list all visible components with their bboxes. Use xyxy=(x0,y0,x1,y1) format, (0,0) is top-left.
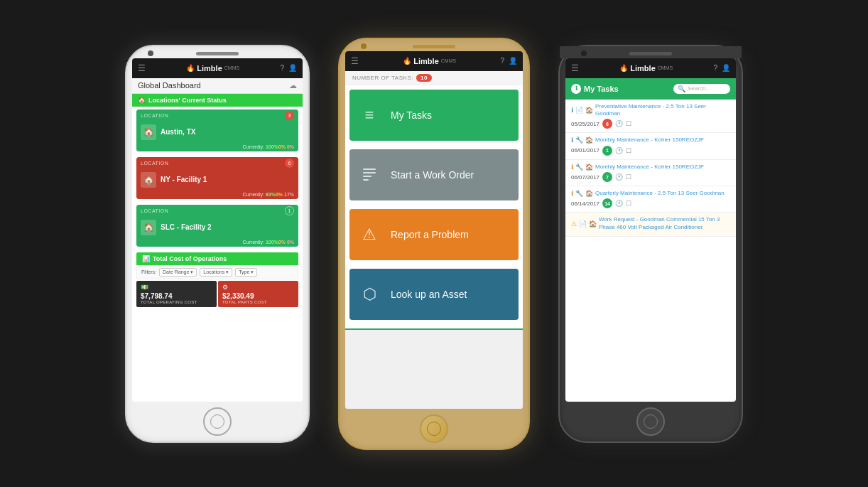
help-icon-1[interactable]: ? xyxy=(280,64,284,72)
locations-section-header: 🏠 Locations' Current Status xyxy=(132,94,303,107)
task-item-1[interactable]: ℹ 📄 🏠 Preventative Maintenance - 2.5 Ton… xyxy=(565,100,736,134)
look-up-asset-icon: ⬡ xyxy=(357,282,382,307)
my-tasks-title-group: ℹ My Tasks xyxy=(571,84,619,94)
location-card-2[interactable]: LOCATION 6 🏠 NY - Facility 1 Currently: … xyxy=(136,157,298,199)
task-2-meta: 06/01/2017 1 🕐 ☐ xyxy=(571,146,730,156)
loc2-badge: 6 xyxy=(285,159,294,168)
task-3-checkbox-icon: ☐ xyxy=(626,173,631,181)
header-icons-1: ? 👤 xyxy=(280,64,297,72)
task-5-home-icon: 🏠 xyxy=(589,220,597,228)
logo-sub-3: CMMS xyxy=(658,65,673,70)
task-1-meta: 05/25/2017 6 🕐 ☐ xyxy=(571,119,730,129)
start-work-order-button[interactable]: Start a Work Order xyxy=(349,149,519,200)
work-order-label: Start a Work Order xyxy=(391,169,474,181)
camera-dot-3 xyxy=(581,50,587,56)
task-5-warning-icon: ⚠ xyxy=(571,220,577,228)
task-2-title: Monthly Maintenance - Kohler 150REOZJF xyxy=(595,137,704,144)
loc3-pct-green: 100% xyxy=(266,240,278,245)
my-tasks-icon: ≡ xyxy=(357,102,382,128)
home-button-1[interactable] xyxy=(203,407,232,436)
phone-3: ☰ 🔥 Limble CMMS ? 👤 ℹ My Tasks 🔍 Search.… xyxy=(558,45,743,443)
location-card-1[interactable]: LOCATION 3 🏠 Austin, TX Currently: 100%0… xyxy=(136,109,298,151)
app-header-1: ☰ 🔥 Limble CMMS ? 👤 xyxy=(132,58,303,78)
phone-2-screen: ☰ 🔥 Limble CMMS ? 👤 NUMBER OF TASKS: 10 … xyxy=(345,51,523,409)
filter-date-chip[interactable]: Date Range ▾ xyxy=(159,268,197,277)
loc3-name: SLC - Facility 2 xyxy=(161,223,294,231)
dollar-icon: 💵 xyxy=(141,284,212,291)
loc3-badge: 1 xyxy=(285,206,294,215)
loc1-pct-red: 0% xyxy=(287,144,294,149)
task-4-header: ℹ 🔧 🏠 Quarterly Maintenance - 2.5 Ton 13… xyxy=(571,190,730,197)
loc2-pct-red: 17% xyxy=(284,192,294,197)
task-item-2[interactable]: ℹ 🔧 🏠 Monthly Maintenance - Kohler 150RE… xyxy=(565,133,736,159)
task-item-4[interactable]: ℹ 🔧 🏠 Quarterly Maintenance - 2.5 Ton 13… xyxy=(565,186,736,213)
filter-type-chip[interactable]: Type ▾ xyxy=(235,268,257,277)
report-problem-button[interactable]: ⚠ Report a Problem xyxy=(349,209,519,260)
logo-area-3: 🔥 Limble CMMS xyxy=(619,64,673,73)
svg-rect-3 xyxy=(363,179,369,181)
help-icon-3[interactable]: ? xyxy=(713,64,717,72)
loc1-pct-green: 100% xyxy=(266,144,278,149)
report-problem-label: Report a Problem xyxy=(391,229,469,240)
loc2-pct-green: 83% xyxy=(266,192,276,197)
locations-section-label: Locations' Current Status xyxy=(148,97,227,104)
hamburger-icon-3[interactable]: ☰ xyxy=(571,63,579,73)
filter-locations-chip[interactable]: Locations ▾ xyxy=(200,268,232,277)
location-card-3[interactable]: LOCATION 1 🏠 SLC - Facility 2 Currently:… xyxy=(136,205,298,247)
task-1-info-icon: ℹ xyxy=(571,107,573,114)
user-icon-2[interactable]: 👤 xyxy=(509,57,517,65)
task-3-meta: 06/07/2017 7 🕐 ☐ xyxy=(571,172,730,182)
cost-total-label: TOTAL OPERATING COST xyxy=(141,300,212,304)
task-item-3[interactable]: ℹ 🔧 🏠 Monthly Maintenance - Kohler 150RE… xyxy=(565,160,736,186)
task-3-title: Monthly Maintenance - Kohler 150REOZJF xyxy=(595,164,704,171)
page-title-bar: Global Dashboard ☁ xyxy=(132,78,303,94)
look-up-asset-button[interactable]: ⬡ Look up an Asset xyxy=(349,269,519,320)
search-input-placeholder: Search... xyxy=(688,85,710,92)
logo-area-1: 🔥 Limble CMMS xyxy=(186,64,239,73)
task-1-home-icon: 🏠 xyxy=(585,107,593,114)
phone-3-screen: ☰ 🔥 Limble CMMS ? 👤 ℹ My Tasks 🔍 Search.… xyxy=(565,58,736,402)
task-2-checkbox-icon: ☐ xyxy=(626,147,631,154)
task-3-date: 06/07/2017 xyxy=(571,174,600,181)
help-icon-2[interactable]: ? xyxy=(500,57,504,65)
user-icon-3[interactable]: 👤 xyxy=(722,64,730,72)
home-button-3[interactable] xyxy=(636,407,665,436)
loc2-name: NY - Facility 1 xyxy=(161,176,294,183)
task-2-badge: 1 xyxy=(602,146,612,156)
loc1-home-icon: 🏠 xyxy=(141,124,156,140)
logo-flame-icon: 🔥 xyxy=(186,64,195,72)
task-5-header: ⚠ 📄 🏠 Work Request - Goodman Commercial … xyxy=(571,216,730,231)
task-5-title: Work Request - Goodman Commercial 15 Ton… xyxy=(599,216,730,231)
my-tasks-button[interactable]: ≡ My Tasks xyxy=(349,90,519,141)
loc3-pct-red: 0% xyxy=(287,240,294,245)
task-2-clock-icon: 🕐 xyxy=(615,147,623,154)
logo-flame-icon-2: 🔥 xyxy=(403,57,411,65)
logo-sub-1: CMMS xyxy=(224,65,239,70)
my-tasks-label: My Tasks xyxy=(391,109,432,121)
work-order-icon xyxy=(357,162,382,188)
app-header-2: ☰ 🔥 Limble CMMS ? 👤 xyxy=(345,51,523,71)
bottom-spacer xyxy=(345,328,523,409)
task-3-home-icon: 🏠 xyxy=(585,164,593,171)
gear-cost-icon: ⚙ xyxy=(222,284,294,291)
task-4-clock-icon: 🕐 xyxy=(615,200,623,207)
phone-1-screen: ☰ 🔥 Limble CMMS ? 👤 Global Dashboard ☁ 🏠… xyxy=(132,58,303,402)
hamburger-icon[interactable]: ☰ xyxy=(138,63,146,73)
hamburger-icon-2[interactable]: ☰ xyxy=(351,56,359,66)
cloud-icon[interactable]: ☁ xyxy=(289,81,297,90)
task-3-header: ℹ 🔧 🏠 Monthly Maintenance - Kohler 150RE… xyxy=(571,164,730,171)
task-1-date: 05/25/2017 xyxy=(571,121,600,127)
search-box[interactable]: 🔍 Search... xyxy=(673,84,730,94)
user-icon-1[interactable]: 👤 xyxy=(288,64,297,72)
home-button-2[interactable] xyxy=(420,414,448,443)
loc1-body: 🏠 Austin, TX xyxy=(136,122,298,143)
task-item-5[interactable]: ⚠ 📄 🏠 Work Request - Goodman Commercial … xyxy=(565,213,736,237)
report-problem-icon: ⚠ xyxy=(357,222,382,247)
task-4-checkbox-icon: ☐ xyxy=(626,200,631,207)
loc2-label: LOCATION xyxy=(141,161,168,166)
loc3-label: LOCATION xyxy=(141,208,168,213)
cost-filters: Filters: Date Range ▾ Locations ▾ Type ▾ xyxy=(136,265,298,279)
my-tasks-section-title: My Tasks xyxy=(584,85,619,93)
cost-parts-amount: $2,330.49 xyxy=(222,292,294,300)
task-5-doc-icon: 📄 xyxy=(579,220,587,228)
